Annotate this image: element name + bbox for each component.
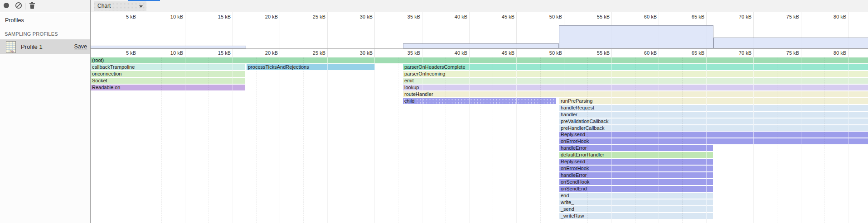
flame-bar[interactable]: preHandlerCallback [559, 125, 868, 131]
flame-bar-label: (root) [92, 57, 104, 63]
ruler-tick-label: 45 kB [487, 50, 514, 56]
flame-bar[interactable]: end [559, 193, 713, 199]
flame-bar-label: child [404, 98, 415, 104]
ruler-tick-label: 15 kB [204, 50, 231, 56]
gridline-overlay [753, 57, 754, 223]
ruler-tick-label: 5 kB [109, 14, 136, 19]
flame-bar[interactable]: lookup [403, 85, 868, 90]
flame-bar[interactable]: onSendHook [559, 179, 713, 185]
gridline-overlay [233, 57, 233, 223]
ruler-tick-label: 10 kB [156, 14, 183, 19]
ruler-tick-label: 20 kB [251, 50, 278, 56]
flame-bar[interactable]: onErrorHook [559, 166, 713, 171]
flame-bar[interactable]: onSendEnd [559, 186, 713, 192]
flame-bar[interactable]: _writeRaw [559, 213, 713, 219]
sidebar-divider [90, 0, 91, 223]
ruler-tick-label: 75 kB [772, 50, 799, 56]
toolbar: Chart [0, 0, 868, 12]
flame-bar[interactable]: processTicksAndRejections [247, 64, 375, 70]
gridline [233, 12, 233, 49]
flame-bar[interactable]: routeHandler [403, 91, 868, 97]
profile-document-icon: % [6, 41, 16, 55]
svg-text:%: % [10, 49, 14, 53]
flame-bar-label: Reply.send [561, 132, 585, 137]
flame-bar[interactable]: child [403, 98, 556, 104]
ruler-tick-label: 30 kB [345, 50, 373, 56]
flame-bar-label: routeHandler [404, 91, 433, 97]
flame-bar[interactable]: emit [403, 78, 868, 84]
gridline-overlay [422, 57, 422, 223]
ruler-tick-label: 80 kB [819, 50, 846, 56]
sampling-profiles-section-header: SAMPLING PROFILES [5, 31, 58, 37]
flame-bar[interactable]: _send [559, 206, 713, 212]
flame-bar[interactable]: onErrorHook [559, 138, 868, 144]
delete-profile-button[interactable] [28, 2, 36, 10]
flame-bar-label: handleError [561, 145, 587, 151]
flame-bar-label: Socket [92, 78, 107, 83]
clear-button[interactable] [14, 2, 23, 10]
save-profile-link[interactable]: Save [74, 43, 87, 50]
flame-bar[interactable]: runPreParsing [559, 98, 868, 104]
flame-bar-label: _send [561, 206, 574, 212]
ruler-tick-label: 40 kB [440, 50, 467, 56]
flame-bar[interactable]: handleRequest [559, 105, 868, 111]
profile-name: Profile 1 [21, 43, 43, 50]
gridline-overlay [185, 57, 185, 223]
overview-area-segment[interactable] [403, 43, 559, 48]
gridline-dashed [351, 57, 351, 223]
gridline-overlay [374, 57, 375, 223]
record-icon [3, 2, 10, 10]
ruler-tick-label: 5 kB [109, 50, 136, 56]
gridline-overlay [659, 57, 659, 223]
gridline-dashed [587, 57, 588, 223]
flame-bar[interactable]: handler [559, 112, 868, 118]
overview-area-segment[interactable] [559, 25, 713, 48]
no-entry-icon [15, 2, 22, 11]
flame-bar-label: onSendHook [561, 179, 590, 185]
flame-bar-label: handleRequest [561, 105, 594, 110]
flame-bar-label: Reply.send [561, 159, 585, 164]
view-mode-value: Chart [97, 3, 111, 9]
gridline-dashed [161, 57, 162, 223]
flame-bar-label: preHandlerCallback [561, 125, 605, 131]
overview-area-segment[interactable] [713, 38, 868, 48]
ruler-tick-label: 30 kB [345, 14, 373, 19]
flame-bar[interactable]: defaultErrorHandler [559, 152, 713, 158]
ruler-tick-label: 60 kB [630, 14, 657, 19]
ruler-tick-label: 20 kB [251, 14, 278, 19]
gridline-overlay [801, 57, 801, 223]
toolbar-separator [25, 3, 25, 9]
flame-bar[interactable]: Reply.send [559, 132, 868, 138]
flame-bar-label: onSendEnd [561, 186, 587, 191]
flame-bar-label: onErrorHook [561, 138, 589, 144]
flame-bar[interactable]: preValidationCallback [559, 119, 868, 124]
flame-bar-label: write_ [561, 199, 574, 205]
gridline-overlay [516, 57, 517, 223]
flame-bar[interactable]: Reply.send [559, 159, 713, 165]
flame-bar[interactable]: parserOnIncoming [403, 71, 868, 77]
flame-bar[interactable]: handleError [559, 145, 713, 151]
gridline [374, 12, 375, 49]
gridline [327, 12, 328, 49]
view-mode-select[interactable]: Chart [94, 1, 146, 11]
ruler-tick-label: 65 kB [677, 50, 704, 56]
ruler-tick-label: 50 kB [535, 14, 562, 19]
flame-bar-label: lookup [404, 85, 419, 90]
flame-bar[interactable]: write_ [559, 199, 713, 205]
ruler-tick-label: 50 kB [535, 50, 562, 56]
record-button[interactable] [2, 2, 10, 10]
gridline-overlay [327, 57, 328, 223]
flame-bar[interactable]: parserOnHeadersComplete [403, 64, 868, 70]
gridline-dashed [635, 57, 635, 223]
sidebar-item-profile-1[interactable]: % Profile 1 Save [0, 39, 90, 54]
flame-chart-area[interactable]: 5 kB5 kB10 kB10 kB15 kB15 kB20 kB20 kB25… [91, 12, 868, 223]
ruler-tick-label: 55 kB [582, 14, 610, 19]
flame-bar[interactable]: (root) [91, 57, 868, 63]
ruler-tick-label: 10 kB [156, 50, 183, 56]
flame-bar[interactable]: handleError [559, 172, 713, 178]
flame-bar-label: emit [404, 78, 414, 83]
gridline-overlay [611, 57, 612, 223]
gridline-dashed [114, 57, 114, 223]
ruler-tick-label: 40 kB [440, 14, 467, 19]
sidebar: Profiles SAMPLING PROFILES % Profile 1 S… [0, 13, 90, 223]
